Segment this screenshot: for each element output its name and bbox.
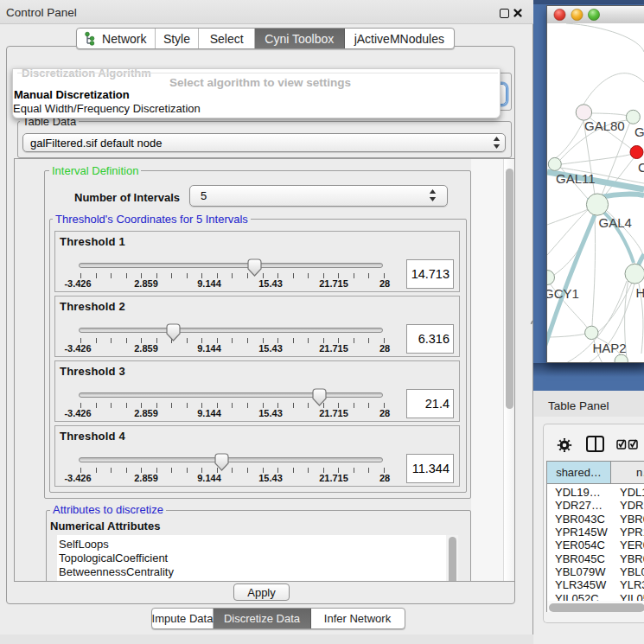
svg-text:GA: GA — [634, 124, 644, 139]
svg-text:GAL11: GAL11 — [556, 171, 596, 186]
svg-text:C: C — [638, 160, 644, 175]
svg-text:GAL4: GAL4 — [599, 215, 632, 230]
svg-text:HAP2: HAP2 — [593, 341, 627, 355]
svg-text:H: H — [636, 285, 644, 300]
svg-text:GCY1: GCY1 — [547, 286, 579, 301]
svg-text:GAL80: GAL80 — [584, 118, 625, 133]
